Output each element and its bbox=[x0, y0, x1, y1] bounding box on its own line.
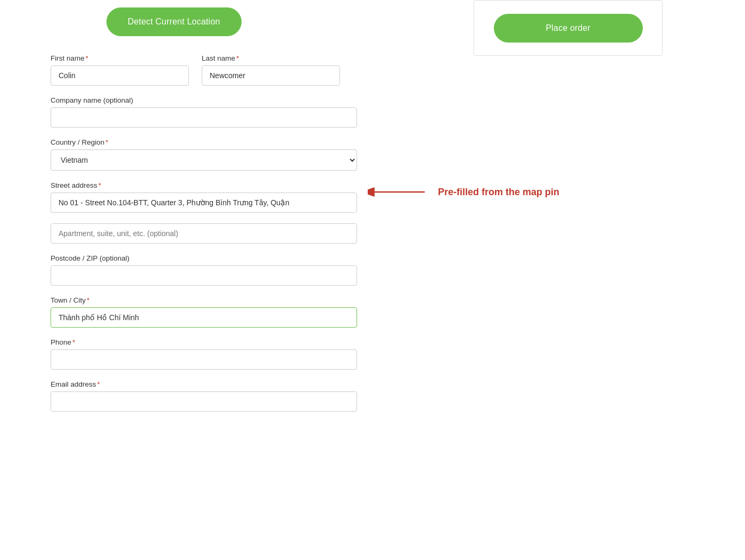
detect-location-button[interactable]: Detect Current Location bbox=[106, 7, 242, 36]
country-region-select[interactable]: Vietnam bbox=[51, 149, 357, 171]
form-container: First name* Last name* Company name (opt… bbox=[0, 44, 426, 444]
postcode-input[interactable] bbox=[51, 265, 357, 286]
phone-required: * bbox=[72, 338, 75, 346]
top-bar: Detect Current Location bbox=[0, 0, 745, 44]
company-name-label: Company name (optional) bbox=[51, 96, 357, 104]
email-label: Email address* bbox=[51, 380, 357, 388]
email-required: * bbox=[97, 380, 100, 388]
last-name-required: * bbox=[236, 54, 239, 62]
last-name-group: Last name* bbox=[202, 54, 340, 86]
name-row: First name* Last name* bbox=[51, 54, 426, 86]
annotation-text: Pre-filled from the map pin bbox=[438, 187, 559, 198]
street-address-group: Street address* Pre-filled from the map … bbox=[51, 181, 357, 213]
street-required: * bbox=[98, 181, 101, 189]
arrow-icon bbox=[368, 176, 432, 208]
phone-input[interactable] bbox=[51, 349, 357, 370]
country-region-group: Country / Region* Vietnam bbox=[51, 138, 357, 171]
phone-group: Phone* bbox=[51, 338, 357, 370]
company-name-input[interactable] bbox=[51, 107, 357, 128]
company-name-group: Company name (optional) bbox=[51, 96, 357, 128]
last-name-input[interactable] bbox=[202, 65, 340, 86]
street-address-input[interactable] bbox=[51, 193, 357, 213]
postcode-label: Postcode / ZIP (optional) bbox=[51, 254, 357, 262]
country-region-label: Country / Region* bbox=[51, 138, 357, 146]
first-name-input[interactable] bbox=[51, 65, 189, 86]
apartment-input[interactable] bbox=[51, 223, 357, 244]
town-city-label: Town / City* bbox=[51, 296, 357, 304]
town-city-input[interactable] bbox=[51, 307, 357, 328]
phone-label: Phone* bbox=[51, 338, 357, 346]
country-required: * bbox=[105, 138, 108, 146]
town-required: * bbox=[87, 296, 89, 304]
apartment-group bbox=[51, 223, 357, 244]
first-name-group: First name* bbox=[51, 54, 189, 86]
page-container: Place order Detect Current Location Firs… bbox=[0, 0, 745, 560]
email-group: Email address* bbox=[51, 380, 357, 412]
first-name-required: * bbox=[86, 54, 88, 62]
email-input[interactable] bbox=[51, 391, 357, 412]
street-address-label: Street address* bbox=[51, 181, 357, 189]
arrow-annotation: Pre-filled from the map pin bbox=[368, 176, 559, 208]
first-name-label: First name* bbox=[51, 54, 189, 62]
last-name-label: Last name* bbox=[202, 54, 340, 62]
town-city-group: Town / City* bbox=[51, 296, 357, 328]
postcode-group: Postcode / ZIP (optional) bbox=[51, 254, 357, 286]
